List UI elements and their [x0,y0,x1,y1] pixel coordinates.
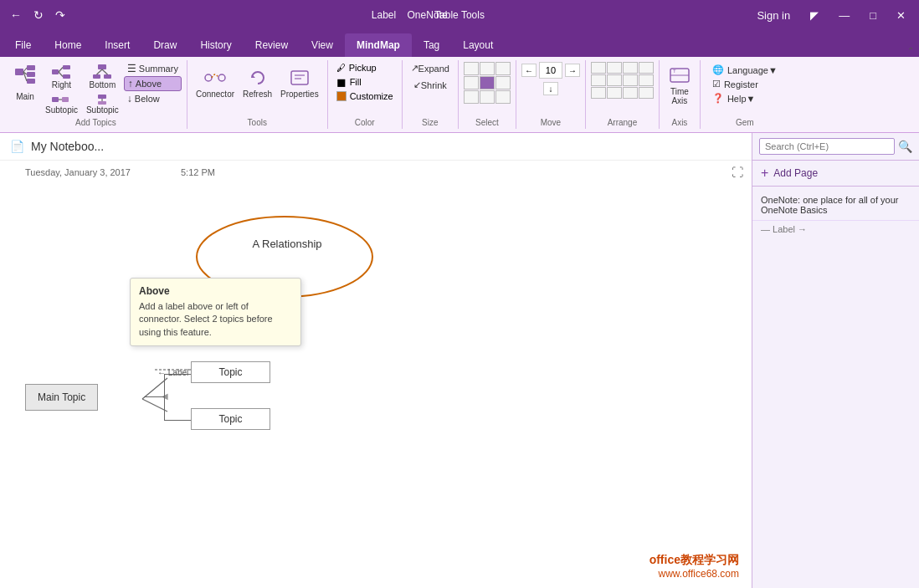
arr-5[interactable] [591,74,606,86]
tab-home[interactable]: Home [43,33,93,57]
register-button[interactable]: ☑ Register [709,78,762,90]
branch-line [164,374,165,421]
connector-button[interactable]: Connector [193,62,238,102]
search-input[interactable] [759,138,895,155]
sel-btn-9[interactable] [495,90,511,104]
arr-2[interactable] [607,62,622,74]
arr-7[interactable] [623,74,638,86]
main-topic-box[interactable]: Main Topic [25,384,98,411]
maximize-button[interactable]: □ [863,8,883,23]
arr-1[interactable] [591,62,606,74]
tab-draw[interactable]: Draw [141,33,188,57]
arr-11[interactable] [623,87,638,99]
title-bar: ← ↻ ↷ Label OneNote Table Tools Sign in … [0,0,919,30]
arrange-items [591,62,654,116]
bottom-label: Bottom [90,80,116,89]
refresh-button[interactable]: Refresh [239,62,275,102]
svg-rect-0 [15,69,23,75]
tab-file[interactable]: File [3,33,43,57]
pickup-label: Pickup [349,63,377,73]
customize-button[interactable]: Customize [333,90,397,102]
move-label: Move [541,116,561,127]
right-subtopic-col: Right Subtopic [42,62,81,116]
ribbon-collapse-button[interactable]: ⌃ [906,44,916,57]
tab-view[interactable]: View [300,33,345,57]
restore-button[interactable]: ◤ [803,8,825,23]
color-items: 🖋 Pickup ◼ Fill Customize [333,62,397,116]
summary-icon: ☰ [127,63,136,74]
bottom-button[interactable]: Bottom [83,62,122,91]
page-item-line2: OneNote Basics [761,205,911,215]
move-left-button[interactable]: ← [521,64,537,77]
fill-button[interactable]: ◼ Fill [333,74,397,89]
axis-items: T TimeAxis [665,62,695,116]
move-down-button[interactable]: ↓ [543,82,558,95]
tab-insert[interactable]: Insert [93,33,141,57]
tab-layout[interactable]: Layout [451,33,505,57]
minimize-button[interactable]: — [832,8,856,23]
arr-12[interactable] [639,87,654,99]
select-items [464,62,511,116]
tab-tag[interactable]: Tag [412,33,451,57]
arr-9[interactable] [591,87,606,99]
tab-review[interactable]: Review [244,33,300,57]
back-button[interactable]: ← [7,7,25,23]
properties-button[interactable]: Properties [277,62,322,102]
topic1-box[interactable]: Topic [191,361,270,383]
summary-col: ☰ Summary ↑ Above ↓ Below [124,62,182,105]
page-item-onenote[interactable]: OneNote: one place for all of your OneNo… [752,190,919,221]
search-button[interactable]: 🔍 [898,140,912,153]
expand-button[interactable]: ↗ Expand [408,62,453,74]
undo-button[interactable]: ↷ [52,7,69,23]
subtopic-button[interactable]: Subtopic [42,92,81,116]
arr-3[interactable] [623,62,638,74]
tab-history[interactable]: History [188,33,243,57]
tooltip-text: Add a label above or left of connector. … [139,300,292,339]
below-button[interactable]: ↓ Below [124,92,182,105]
move-value-input[interactable] [539,62,562,79]
tab-mindmap[interactable]: MindMap [345,33,412,57]
arr-6[interactable] [607,74,622,86]
sel-btn-4[interactable] [464,76,479,89]
canvas[interactable]: ⛶ Tuesday, January 3, 2017 5:12 PM A Rel… [0,161,752,588]
above-button[interactable]: ↑ Above [124,76,182,91]
shrink-button[interactable]: ↙ Shrink [410,79,450,91]
arr-8[interactable] [639,74,654,86]
bottom-subtopic-button[interactable]: Subtopic [83,92,122,116]
pickup-button[interactable]: 🖋 Pickup [333,62,397,74]
right-button[interactable]: Right [42,62,81,91]
language-icon: 🌐 [712,64,724,75]
sel-btn-6[interactable] [495,76,511,89]
add-page-button[interactable]: + Add Page [752,161,919,187]
move-right-button[interactable]: → [565,64,580,77]
h-line-top [164,374,193,375]
main-button[interactable]: Main [10,62,40,103]
help-button[interactable]: ❓ Help ▼ [709,92,759,105]
language-button[interactable]: 🌐 Language ▼ [709,64,781,76]
notebook-header: 📄 My Noteboo... [0,133,752,161]
topic2-box[interactable]: Topic [191,408,270,430]
expand-label: Expand [418,64,449,74]
gem-items: 🌐 Language ▼ ☑ Register ❓ Help ▼ [706,62,784,116]
sel-btn-2[interactable] [480,62,495,75]
svg-rect-20 [98,95,106,99]
sel-btn-8[interactable] [480,90,495,104]
expand-button[interactable]: ⛶ [732,166,743,179]
summary-button[interactable]: ☰ Summary [124,62,182,75]
arr-10[interactable] [607,87,622,99]
close-button[interactable]: ✕ [890,8,912,23]
svg-rect-1 [27,65,35,70]
sel-btn-5[interactable] [480,76,495,89]
bottom-subtopic-col: Bottom Subtopic [83,62,122,116]
time-axis-button[interactable]: T TimeAxis [665,62,695,107]
tooltip-title: Above [139,285,292,297]
svg-rect-16 [93,74,100,79]
sel-btn-3[interactable] [495,62,511,75]
select-group: Select [459,60,516,129]
h-line-bottom [164,420,193,421]
sel-btn-7[interactable] [464,90,479,104]
arr-4[interactable] [639,62,654,74]
sign-in-button[interactable]: Sign in [750,8,797,23]
sel-btn-1[interactable] [464,62,479,75]
forward-button[interactable]: ↻ [30,7,47,23]
